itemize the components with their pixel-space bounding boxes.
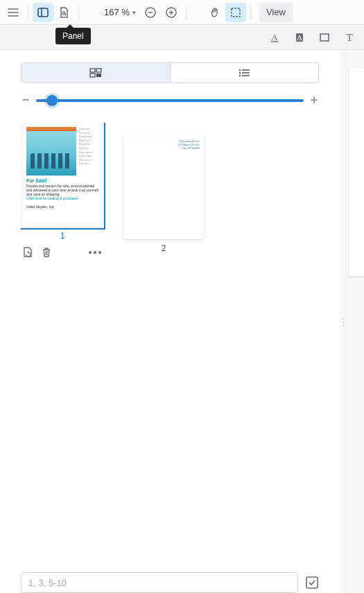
pan-button[interactable] xyxy=(205,3,225,22)
svg-rect-18 xyxy=(90,74,95,77)
zoom-value: 167 % xyxy=(104,7,130,17)
annotation-toolbar: A A T xyxy=(0,25,364,50)
thumbnail-grid-icon xyxy=(89,68,102,78)
page-select-row xyxy=(0,565,340,593)
text-icon: T xyxy=(343,31,356,44)
main-area: − + Row one Row two Row three Row four xyxy=(0,50,364,593)
document-viewport[interactable] xyxy=(345,50,364,593)
zoom-in-icon xyxy=(165,6,177,19)
marquee-select-icon xyxy=(229,6,242,19)
outline-list-icon xyxy=(238,68,250,78)
underline-icon: A xyxy=(268,31,281,44)
rotate-page-button[interactable] xyxy=(21,246,33,259)
more-actions-button[interactable] xyxy=(86,246,104,259)
thumbnail-number: 1 xyxy=(60,231,65,241)
rotate-icon xyxy=(21,246,33,259)
slider-thumb[interactable] xyxy=(46,95,58,106)
panel-toggle-button[interactable] xyxy=(33,3,53,22)
svg-rect-28 xyxy=(306,577,318,588)
delete-page-button[interactable] xyxy=(40,246,53,259)
svg-text:A: A xyxy=(271,32,278,42)
panel-mode-tabs xyxy=(21,62,319,83)
slider-increase-button[interactable]: + xyxy=(309,93,319,108)
thumbnail-size-slider[interactable] xyxy=(36,99,304,102)
menu-button[interactable] xyxy=(3,3,24,22)
panel-icon xyxy=(37,6,49,19)
page-search-icon xyxy=(58,6,70,19)
thumbnail-signature: Yokel Kayaks, Inc. xyxy=(26,205,98,209)
thumbnail-item: Row one Row two Row three Row four Row f… xyxy=(21,123,104,259)
thumbnail-image-icon xyxy=(26,127,76,175)
thumbnail-list: Row one Row two Row three Row four Row f… xyxy=(21,123,319,556)
select-button[interactable] xyxy=(225,3,246,22)
outline-mode-tab[interactable] xyxy=(170,63,319,83)
svg-rect-14 xyxy=(320,34,329,41)
page-range-input[interactable] xyxy=(21,572,298,593)
separator xyxy=(28,6,28,19)
rectangle-icon xyxy=(318,31,331,44)
document-page-edge xyxy=(349,68,364,276)
thumbnail-actions xyxy=(21,246,104,259)
thumbnail-addr-line: City, ST 00000 xyxy=(128,146,200,150)
svg-text:A: A xyxy=(297,33,302,42)
slider-decrease-button[interactable]: − xyxy=(21,93,31,108)
panel-resize-handle[interactable]: ⋮ xyxy=(340,50,345,593)
zoom-out-button[interactable] xyxy=(140,3,161,22)
rectangle-button[interactable] xyxy=(313,28,336,47)
view-label: View xyxy=(266,7,286,17)
tooltip-text: Panel xyxy=(62,31,84,41)
svg-point-2 xyxy=(62,12,65,15)
highlight-icon: A xyxy=(293,31,306,44)
underline-button[interactable]: A xyxy=(263,28,286,47)
menu-icon xyxy=(7,6,19,19)
svg-line-3 xyxy=(65,14,67,15)
thumbnail-page-2[interactable]: Company Name 123 Anywhere St. City, ST 0… xyxy=(123,135,204,239)
hand-icon xyxy=(209,6,221,19)
svg-text:T: T xyxy=(346,32,352,43)
view-menu-button[interactable]: View xyxy=(259,3,293,22)
free-text-button[interactable]: T xyxy=(338,28,361,47)
svg-rect-9 xyxy=(232,8,240,17)
thumbnail-link: Click here for catalog & purchase! xyxy=(26,196,98,200)
zoom-out-icon xyxy=(144,6,157,19)
thumbnail-panel: − + Row one Row two Row three Row four xyxy=(0,50,340,593)
thumbnail-body: Kayaks and canoes for sale, custom-paint… xyxy=(26,184,98,196)
svg-rect-17 xyxy=(96,69,101,72)
svg-point-24 xyxy=(239,75,241,76)
thumbnail-headline: For Sale! xyxy=(26,178,98,184)
svg-rect-16 xyxy=(90,69,95,72)
thumbnail-size-slider-row: − + xyxy=(21,93,319,108)
thumbnail-item: Company Name 123 Anywhere St. City, ST 0… xyxy=(123,135,204,253)
apply-page-range-button[interactable] xyxy=(305,576,319,590)
svg-rect-19 xyxy=(96,74,101,77)
thumbnail-number: 2 xyxy=(162,243,166,253)
tooltip-panel: Panel xyxy=(55,28,91,44)
thumbnail-side-column: Row one Row two Row three Row four Row f… xyxy=(79,127,98,166)
zoom-in-button[interactable] xyxy=(161,3,182,22)
separator xyxy=(250,6,251,19)
checkbox-icon xyxy=(305,576,319,590)
zoom-dropdown[interactable]: 167 % ▾ xyxy=(100,3,140,22)
trash-icon xyxy=(40,246,53,259)
chevron-down-icon: ▾ xyxy=(132,9,136,16)
thumbnail-page-1[interactable]: Row one Row two Row three Row four Row f… xyxy=(22,123,103,227)
svg-point-20 xyxy=(239,69,241,71)
thumbnail-mode-tab[interactable] xyxy=(21,63,170,83)
separator xyxy=(186,6,187,19)
highlight-button[interactable]: A xyxy=(288,28,311,47)
page-search-button[interactable] xyxy=(53,3,74,22)
svg-rect-0 xyxy=(38,8,48,17)
separator xyxy=(78,6,79,19)
top-toolbar: 167 % ▾ View xyxy=(0,0,364,25)
svg-point-22 xyxy=(239,72,241,74)
